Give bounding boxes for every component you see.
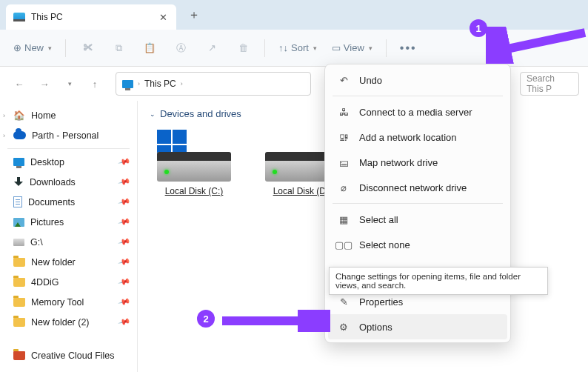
label: Downloads: [30, 177, 76, 187]
tab-title: This PC: [31, 12, 151, 22]
menu-connect-media[interactable]: 🖧Connect to a media server: [328, 99, 507, 124]
menu-select-none[interactable]: ▢▢Select none: [328, 232, 507, 257]
network-icon: 🖳: [337, 132, 350, 143]
chevron-right-icon: ›: [138, 80, 140, 87]
sidebar-item-gdrive[interactable]: G:\📌: [0, 232, 137, 252]
cut-button[interactable]: ✀: [75, 36, 100, 60]
view-icon: ▭: [332, 42, 341, 53]
new-tab-button[interactable]: ＋: [182, 3, 206, 27]
separator: [7, 148, 130, 149]
more-context-menu: ↶Undo 🖧Connect to a media server 🖳Add a …: [324, 64, 511, 343]
annotation-badge-1: 1: [470, 19, 487, 37]
share-button[interactable]: ↗: [199, 36, 224, 60]
breadcrumb-this-pc[interactable]: This PC: [144, 79, 176, 89]
label: Documents: [28, 197, 75, 207]
chevron-down-icon: ⌄: [150, 110, 156, 118]
drive-c[interactable]: Local Disk (C:): [150, 130, 238, 196]
cloud-icon: [13, 131, 26, 139]
desktop-icon: [13, 158, 24, 166]
label: Undo: [359, 75, 382, 86]
back-button[interactable]: ←: [9, 73, 30, 94]
label: Properties: [359, 296, 403, 308]
label: New folder (2): [31, 317, 90, 328]
sidebar-item-4ddig[interactable]: 4DDiG📌: [0, 272, 137, 292]
label: Select all: [359, 214, 398, 225]
menu-disconnect-drive[interactable]: ⌀Disconnect network drive: [328, 175, 507, 200]
map-drive-icon: 🖴: [337, 157, 350, 168]
properties-icon: ✎: [337, 296, 350, 308]
select-all-icon: ▦: [337, 214, 350, 225]
sort-button[interactable]: ↑↓ Sort ▾: [274, 36, 321, 60]
pc-icon: [13, 13, 25, 21]
sort-label: Sort: [291, 42, 309, 53]
sidebar-item-onedrive[interactable]: ›Parth - Personal: [0, 125, 137, 145]
ellipsis-icon: •••: [400, 41, 417, 55]
label: Add a network location: [359, 132, 457, 143]
label: New folder: [31, 257, 76, 268]
sidebar-item-downloads[interactable]: Downloads📌: [0, 172, 137, 192]
copy-button[interactable]: ⧉: [106, 36, 131, 60]
cut-icon: ✀: [83, 42, 93, 53]
forward-button[interactable]: →: [34, 73, 55, 94]
label: 4DDiG: [31, 277, 59, 288]
separator: [386, 39, 387, 57]
menu-options[interactable]: ⚙Options: [328, 314, 507, 339]
pin-icon: 📌: [118, 275, 132, 288]
menu-undo[interactable]: ↶Undo: [328, 67, 507, 93]
sidebar-item-memorytool[interactable]: Memory Tool📌: [0, 292, 137, 312]
plus-circle-icon: ⊕: [13, 42, 21, 53]
label: Options: [359, 322, 392, 333]
pin-icon: 📌: [118, 315, 132, 328]
sidebar-item-home[interactable]: ›🏠Home: [0, 105, 137, 125]
drive-label: Local Disk (D:): [273, 186, 332, 196]
chevron-right-icon: ›: [3, 132, 5, 139]
menu-select-all[interactable]: ▦Select all: [328, 207, 507, 232]
sidebar-item-documents[interactable]: Documents📌: [0, 192, 137, 212]
documents-icon: [13, 196, 22, 207]
close-tab-button[interactable]: ✕: [157, 11, 169, 23]
pin-icon: 📌: [118, 215, 132, 228]
separator: [333, 203, 503, 204]
paste-button[interactable]: 📋: [137, 36, 162, 60]
more-button[interactable]: •••: [395, 36, 421, 60]
tooltip-text: Change settings for opening items, file …: [335, 272, 521, 290]
menu-add-network[interactable]: 🖳Add a network location: [328, 124, 507, 150]
view-label: View: [344, 42, 364, 53]
sidebar-item-newfolder[interactable]: New folder📌: [0, 252, 137, 272]
server-icon: 🖧: [337, 107, 350, 118]
paste-icon: 📋: [144, 42, 156, 53]
folder-icon: [13, 351, 25, 360]
pin-icon: 📌: [118, 295, 132, 308]
new-button[interactable]: ⊕ New ▾: [9, 36, 56, 60]
sidebar-item-newfolder2[interactable]: New folder (2)📌: [0, 312, 137, 332]
delete-button[interactable]: 🗑: [230, 36, 255, 60]
recent-button[interactable]: ▾: [59, 73, 80, 94]
new-label: New: [24, 42, 44, 53]
annotation-badge-2: 2: [197, 310, 215, 328]
search-input[interactable]: Search This P: [520, 72, 579, 96]
sidebar-item-desktop[interactable]: Desktop📌: [0, 152, 137, 172]
label: G:\: [30, 237, 43, 248]
drive-icon: [157, 130, 231, 182]
drive-icon: [13, 239, 24, 246]
trash-icon: 🗑: [238, 42, 248, 53]
menu-map-drive[interactable]: 🖴Map network drive: [328, 150, 507, 175]
folder-icon: [13, 258, 25, 267]
tab-this-pc[interactable]: This PC ✕: [6, 4, 176, 30]
pc-icon: [122, 80, 133, 88]
pin-icon: 📌: [118, 235, 132, 248]
label: Parth - Personal: [32, 130, 98, 141]
annotation-arrow-2: [219, 310, 330, 332]
chevron-right-icon: ›: [181, 80, 183, 87]
label: Pictures: [30, 217, 64, 227]
up-button[interactable]: ↑: [84, 73, 105, 94]
sidebar-item-creativecloud[interactable]: Creative Cloud Files: [0, 345, 137, 365]
address-bar[interactable]: › This PC ›: [116, 72, 311, 96]
rename-button[interactable]: Ⓐ: [168, 36, 193, 60]
search-placeholder: Search This P: [527, 73, 572, 94]
view-button[interactable]: ▭ View ▾: [327, 36, 377, 60]
sidebar-item-pictures[interactable]: Pictures📌: [0, 212, 137, 232]
gear-icon: ⚙: [337, 322, 350, 333]
label: Memory Tool: [31, 297, 84, 308]
pin-icon: 📌: [118, 195, 132, 208]
